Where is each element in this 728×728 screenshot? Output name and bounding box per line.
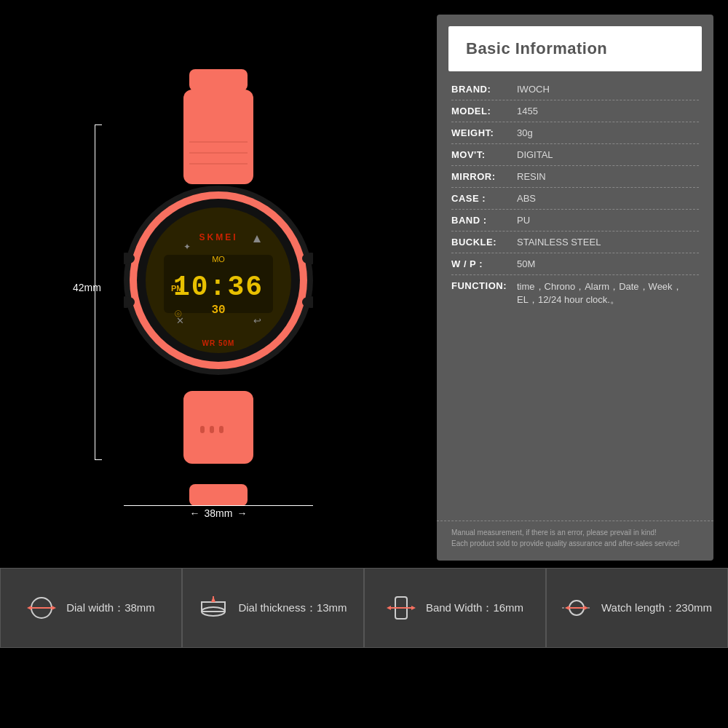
info-value-8: 50M	[517, 258, 699, 269]
dim-height-line-left	[95, 124, 95, 460]
info-row-2: WEIGHT:30g	[451, 122, 699, 144]
dial-thickness-icon	[199, 593, 228, 622]
spec-watch-length-text: Watch length：230mm	[601, 601, 712, 615]
info-label-2: WEIGHT:	[451, 127, 517, 138]
specs-bar: Dial width：38mm Dial thickness：13mm	[0, 568, 728, 648]
svg-marker-45	[565, 606, 569, 610]
info-value-1: 1455	[517, 106, 699, 116]
svg-text:✕: ✕	[176, 315, 184, 326]
svg-text:10:36: 10:36	[173, 272, 264, 303]
svg-rect-9	[219, 426, 223, 433]
svg-rect-5	[183, 391, 253, 464]
svg-rect-6	[189, 484, 248, 506]
main-content: 42mm	[0, 0, 728, 568]
info-label-1: MODEL:	[451, 106, 517, 116]
spec-dial-thickness: Dial thickness：13mm	[182, 568, 364, 648]
dim-tick-top	[95, 124, 102, 125]
dial-width-icon	[27, 593, 56, 622]
info-panel: Basic Information BRAND:IWOCHMODEL:1455W…	[437, 15, 713, 561]
info-value-0: IWOCH	[517, 84, 699, 95]
svg-marker-41	[411, 606, 416, 610]
info-value-3: DIGITAL	[517, 149, 699, 160]
svg-marker-33	[52, 606, 56, 610]
info-label-8: W / P :	[451, 258, 517, 269]
svg-text:↩: ↩	[253, 315, 261, 326]
info-label-7: BUCKLE:	[451, 237, 517, 248]
info-value-6: PU	[517, 215, 699, 226]
info-value-4: RESIN	[517, 171, 699, 182]
spec-watch-length: Watch length：230mm	[546, 568, 728, 648]
info-label-3: MOV'T:	[451, 149, 517, 160]
spec-dial-width-text: Dial width：38mm	[66, 601, 155, 615]
svg-text:WR 50M: WR 50M	[202, 339, 235, 347]
info-label-5: CASE :	[451, 193, 517, 204]
info-note: Manual measurement, if there is an error…	[437, 521, 713, 561]
info-value-7: STAINLESS STEEL	[517, 237, 699, 248]
watch-image: MO PM 10:36 30 ⦾ ✦ ✕	[124, 69, 313, 506]
info-value-2: 30g	[517, 127, 699, 138]
svg-rect-1	[183, 90, 253, 184]
svg-marker-40	[387, 606, 391, 610]
info-rows: BRAND:IWOCHMODEL:1455WEIGHT:30gMOV'T:DIG…	[437, 71, 713, 521]
info-row-6: BAND :PU	[451, 210, 699, 232]
spec-dial-thickness-text: Dial thickness：13mm	[238, 601, 347, 615]
svg-rect-7	[200, 426, 205, 433]
info-label-0: BRAND:	[451, 84, 517, 95]
info-row-7: BUCKLE:STAINLESS STEEL	[451, 232, 699, 253]
info-row-8: W / P :50M	[451, 253, 699, 275]
svg-marker-32	[27, 606, 31, 610]
spec-band-width-text: Band Width：16mm	[426, 601, 523, 615]
dim-width-label: ← 38mm →	[190, 507, 248, 519]
svg-text:SKMEI: SKMEI	[199, 232, 237, 242]
info-row-3: MOV'T:DIGITAL	[451, 144, 699, 166]
spec-band-width: Band Width：16mm	[364, 568, 546, 648]
svg-marker-46	[584, 606, 588, 610]
svg-text:MO: MO	[212, 255, 225, 264]
dim-tick-bottom	[95, 459, 102, 460]
info-title-bar: Basic Information	[448, 26, 702, 71]
dim-height-label: 42mm	[73, 282, 101, 293]
info-label-9: FUNCTION:	[451, 280, 517, 291]
info-label-4: MIRROR:	[451, 171, 517, 182]
svg-rect-8	[210, 426, 214, 433]
svg-text:✦: ✦	[183, 242, 191, 252]
info-row-9: FUNCTION:time，Chrono，Alarm，Date，Week，EL，…	[451, 275, 699, 312]
info-title: Basic Information	[466, 39, 684, 58]
info-row-1: MODEL:1455	[451, 100, 699, 122]
info-row-0: BRAND:IWOCH	[451, 79, 699, 100]
dim-width-line	[124, 505, 313, 506]
spec-dial-width: Dial width：38mm	[0, 568, 182, 648]
info-value-5: ABS	[517, 193, 699, 204]
svg-marker-37	[211, 596, 215, 602]
watch-length-icon	[562, 593, 591, 622]
info-row-4: MIRROR:RESIN	[451, 166, 699, 188]
svg-text:30: 30	[211, 304, 225, 317]
info-value-9: time，Chrono，Alarm，Date，Week，EL，12/24 hou…	[517, 280, 699, 306]
info-label-6: BAND :	[451, 215, 517, 226]
info-row-5: CASE :ABS	[451, 188, 699, 210]
band-width-icon	[387, 593, 416, 622]
svg-rect-0	[189, 69, 248, 91]
watch-section: 42mm	[15, 15, 422, 561]
